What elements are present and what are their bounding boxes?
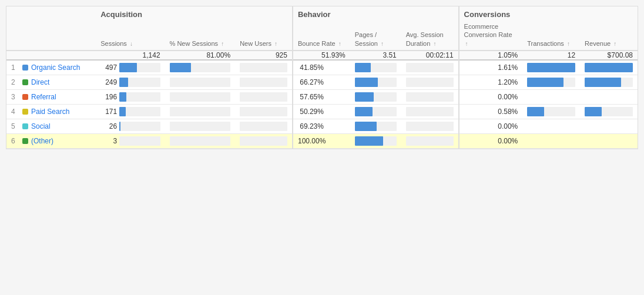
channel-link[interactable]: Organic Search xyxy=(31,63,80,72)
new-sessions-bar xyxy=(165,133,236,148)
conversions-section-header: Conversions xyxy=(459,6,638,20)
table-row: 1 Organic Search 497 41.85% xyxy=(6,60,638,75)
revenue-bar xyxy=(580,89,638,104)
new-sessions-bar xyxy=(165,119,236,133)
col-header-new-users[interactable]: New Users ↑ xyxy=(235,20,293,51)
col-header-ecommerce[interactable]: Ecommerce Conversion Rate ↑ xyxy=(459,20,523,51)
new-users-bar xyxy=(235,119,293,133)
revenue-bar xyxy=(580,60,638,75)
avg-session-bar xyxy=(401,75,459,89)
col-header-revenue[interactable]: Revenue ↑ xyxy=(580,20,638,51)
row-num: 4 xyxy=(11,108,19,116)
analytics-table: Acquisition Behavior Conversions Session… xyxy=(6,6,638,149)
bounce-val: 57.65% xyxy=(293,89,350,104)
revenue-bar xyxy=(580,104,638,119)
transactions-bar xyxy=(522,60,580,75)
channel-color-icon xyxy=(22,79,28,85)
acquisition-label: Acquisition xyxy=(100,10,142,19)
ecommerce-val: 0.00% xyxy=(459,119,523,133)
total-sessions: 1,142 xyxy=(96,51,165,60)
new-users-bar xyxy=(235,104,293,119)
pages-bar xyxy=(350,104,401,119)
total-avg: 00:02:11 xyxy=(401,51,459,60)
new-users-bar xyxy=(235,75,293,89)
channel-color-icon xyxy=(22,65,28,71)
ecommerce-sort-icon: ↑ xyxy=(465,41,468,47)
channel-link[interactable]: Referral xyxy=(31,93,56,101)
ecommerce-val: 0.00% xyxy=(459,133,523,148)
ecommerce-val: 0.58% xyxy=(459,104,523,119)
total-bounce: 51.93% xyxy=(293,51,350,60)
total-revenue: $700.08 xyxy=(580,51,638,60)
channel-cell-0: 1 Organic Search xyxy=(6,60,96,75)
table-row: 4 Paid Search 171 50.29% 0 xyxy=(6,104,638,119)
bounce-val: 66.27% xyxy=(293,75,350,89)
row-num: 1 xyxy=(11,63,19,72)
bounce-val: 69.23% xyxy=(293,119,350,133)
acquisition-section-header: Acquisition xyxy=(96,6,293,20)
avg-session-bar xyxy=(401,60,459,75)
channel-link[interactable]: Direct xyxy=(31,78,49,86)
pages-bar xyxy=(350,60,401,75)
channel-link[interactable]: Paid Search xyxy=(31,108,69,116)
transactions-sort-icon: ↑ xyxy=(567,41,570,47)
new-users-bar xyxy=(235,89,293,104)
avg-session-bar xyxy=(401,104,459,119)
pages-bar xyxy=(350,89,401,104)
pages-bar xyxy=(350,119,401,133)
totals-row: 1,142 81.00% 925 51.93% 3.51 00:02:11 1.… xyxy=(6,51,638,60)
sessions-val: 196 xyxy=(96,89,165,104)
new-users-sort-icon: ↑ xyxy=(274,41,277,47)
sessions-val: 497 xyxy=(96,60,165,75)
transactions-bar xyxy=(522,133,580,148)
bounce-val: 50.29% xyxy=(293,104,350,119)
col-header-channel xyxy=(6,20,96,51)
table-row: 6 (Other) 3 100.00% 0.00% xyxy=(6,133,638,148)
revenue-bar xyxy=(580,133,638,148)
row-num: 5 xyxy=(11,122,19,130)
new-sessions-bar xyxy=(165,104,236,119)
channel-section-header xyxy=(6,6,96,20)
pages-sort-icon: ↑ xyxy=(381,41,384,47)
ecommerce-val: 0.00% xyxy=(459,89,523,104)
sessions-val: 26 xyxy=(96,119,165,133)
channel-cell-3: 4 Paid Search xyxy=(6,104,96,119)
bounce-sort-icon: ↑ xyxy=(338,41,341,47)
table-row: 5 Social 26 69.23% 0.00% xyxy=(6,119,638,133)
transactions-bar xyxy=(522,89,580,104)
revenue-bar xyxy=(580,119,638,133)
avg-session-sort-icon: ↑ xyxy=(433,41,436,47)
sessions-val: 3 xyxy=(96,133,165,148)
total-new-users: 925 xyxy=(235,51,293,60)
col-header-bounce[interactable]: Bounce Rate ↑ xyxy=(293,20,350,51)
channel-color-icon xyxy=(22,123,28,129)
pages-bar xyxy=(350,133,401,148)
channel-color-icon xyxy=(22,138,28,144)
col-header-avg-session[interactable]: Avg. Session Duration ↑ xyxy=(401,20,459,51)
sessions-val: 249 xyxy=(96,75,165,89)
col-header-pages[interactable]: Pages / Session ↑ xyxy=(350,20,401,51)
col-header-new-sessions[interactable]: % New Sessions ↑ xyxy=(165,20,236,51)
channel-link[interactable]: (Other) xyxy=(31,137,53,145)
new-sessions-bar xyxy=(165,89,236,104)
table-row: 2 Direct 249 66.27% 1.20% xyxy=(6,75,638,89)
col-header-transactions[interactable]: Transactions ↑ xyxy=(522,20,580,51)
row-num: 2 xyxy=(11,78,19,86)
total-channel xyxy=(6,51,96,60)
table-row: 3 Referral 196 57.65% 0.00 xyxy=(6,89,638,104)
ecommerce-val: 1.61% xyxy=(459,60,523,75)
row-num: 6 xyxy=(11,137,19,145)
row-num: 3 xyxy=(11,93,19,101)
transactions-bar xyxy=(522,104,580,119)
total-ecommerce: 1.05% xyxy=(459,51,523,60)
column-header-row: Sessions ↓ % New Sessions ↑ New Users ↑ … xyxy=(6,20,638,51)
col-header-sessions[interactable]: Sessions ↓ xyxy=(96,20,165,51)
bounce-val: 41.85% xyxy=(293,60,350,75)
avg-session-bar xyxy=(401,119,459,133)
channel-cell-1: 2 Direct xyxy=(6,75,96,89)
channel-link[interactable]: Social xyxy=(31,122,51,130)
section-header-row: Acquisition Behavior Conversions xyxy=(6,6,638,20)
new-sessions-bar xyxy=(165,60,236,75)
transactions-bar xyxy=(522,119,580,133)
sessions-val: 171 xyxy=(96,104,165,119)
